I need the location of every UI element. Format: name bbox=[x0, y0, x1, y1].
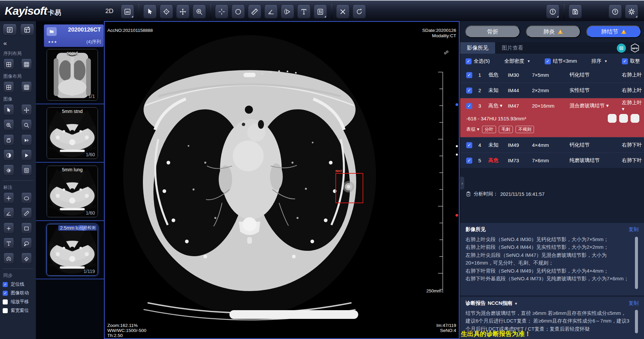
text-annotation-button[interactable] bbox=[297, 5, 311, 18]
filter-sort-dropdown[interactable]: 排序▼ bbox=[591, 58, 607, 64]
select-button[interactable] bbox=[3, 105, 14, 115]
sync-option[interactable]: ✓定位线 bbox=[3, 281, 36, 287]
localizer-button[interactable] bbox=[160, 5, 173, 18]
nodule-annotation-label: IM47 bbox=[335, 169, 342, 173]
filter-round[interactable]: ✓取整 bbox=[622, 58, 640, 64]
zoom-in-button[interactable] bbox=[193, 5, 206, 18]
window-level-button[interactable] bbox=[21, 165, 32, 176]
series-thumbnail[interactable]: 5mm lung1/60 bbox=[47, 166, 98, 217]
angle-measure-button[interactable] bbox=[264, 5, 278, 18]
ct-viewport[interactable]: IM47 AccNO:202101158888 SDate:20200126 M… bbox=[104, 21, 460, 339]
zoom-in-button[interactable] bbox=[3, 120, 14, 130]
findings-scrollbar[interactable] bbox=[635, 237, 638, 289]
delete-annotation-button[interactable] bbox=[336, 5, 350, 18]
save-button[interactable] bbox=[569, 5, 582, 18]
tab-图片查看[interactable]: 图片查看 bbox=[495, 42, 530, 54]
checkbox-checked[interactable]: ✓ bbox=[466, 158, 472, 164]
series-thumbnail[interactable]: 2.5mm lung1/119已经检测 bbox=[47, 224, 98, 276]
callout-annotation-button[interactable] bbox=[21, 238, 32, 249]
pan-button[interactable] bbox=[176, 5, 190, 18]
ruler-measure-button[interactable] bbox=[248, 5, 261, 18]
window-level-button[interactable] bbox=[314, 5, 327, 18]
sync-option[interactable]: ✓图像联动 bbox=[3, 290, 36, 296]
checkbox-checked[interactable]: ✓ bbox=[466, 142, 472, 148]
sync-option[interactable]: 缩放平移 bbox=[3, 299, 36, 305]
eraser-button[interactable] bbox=[21, 253, 32, 264]
ellipse-annotation-button[interactable] bbox=[21, 193, 32, 204]
text-annotation-button[interactable] bbox=[3, 238, 14, 249]
checkbox-checked[interactable]: ✓ bbox=[3, 291, 8, 296]
ellipse-measure-button[interactable] bbox=[231, 5, 245, 18]
copy-report-button[interactable]: 复制 bbox=[629, 300, 639, 306]
magnify-button[interactable] bbox=[21, 120, 32, 130]
image-layout-2x2-button[interactable] bbox=[3, 82, 14, 93]
layout-2d-button[interactable]: 2D bbox=[121, 5, 134, 18]
feature-chip[interactable]: 不规则 bbox=[516, 126, 534, 133]
checkbox-checked[interactable]: ✓ bbox=[466, 103, 472, 109]
delete-nodule-button[interactable] bbox=[631, 114, 639, 123]
ai-mode-肺结节[interactable]: 肺结节 bbox=[586, 25, 641, 38]
lung-tool-button[interactable] bbox=[3, 253, 14, 264]
angle-annotation-button[interactable] bbox=[3, 208, 14, 219]
rect-annotation-button[interactable] bbox=[21, 223, 32, 234]
probe-crosshair-button[interactable] bbox=[215, 5, 228, 18]
ruler-annotation-button[interactable] bbox=[21, 208, 32, 219]
select-button[interactable] bbox=[143, 5, 157, 18]
nodule-location: 右肺下叶 bbox=[622, 157, 644, 164]
feature-chip[interactable]: 分叶 bbox=[482, 126, 496, 133]
ai-mode-肺炎[interactable]: 肺炎 bbox=[526, 25, 581, 38]
collapse-rail-button[interactable]: « bbox=[3, 40, 10, 47]
filter-select-all[interactable]: ✓全选(5) bbox=[466, 58, 490, 64]
sync-option[interactable]: 窗宽窗位 bbox=[3, 307, 36, 314]
link-sync-icon[interactable] bbox=[443, 49, 449, 56]
point-annotation-button[interactable] bbox=[3, 223, 14, 234]
pan-button[interactable] bbox=[21, 105, 32, 115]
nodule-row[interactable]: ✓1低危IM307×5mm钙化结节右肺上叶 bbox=[460, 67, 644, 83]
checkbox-checked[interactable]: ✓ bbox=[466, 72, 472, 78]
checkbox-unchecked[interactable] bbox=[3, 299, 8, 304]
ai-mode-骨折[interactable]: 骨折 bbox=[465, 25, 520, 38]
series-thumbnail[interactable]: scout1/1 bbox=[47, 49, 98, 101]
cine-play-button[interactable] bbox=[21, 150, 32, 161]
reset-view-button[interactable] bbox=[353, 5, 366, 18]
rotate-button[interactable] bbox=[3, 135, 14, 146]
checkbox-unchecked[interactable] bbox=[3, 308, 8, 313]
image-layout-3x3-button[interactable] bbox=[21, 82, 32, 93]
series-thumbnail[interactable]: 5mm stnd1/60 bbox=[47, 107, 98, 159]
mpr-button[interactable]: MPR bbox=[630, 43, 640, 53]
compare-nodule-button[interactable] bbox=[619, 114, 628, 123]
panel-collapse-handle[interactable]: › bbox=[460, 177, 464, 189]
copy-findings-button[interactable]: 复制 bbox=[629, 226, 639, 233]
nodule-row[interactable]: ✓4未知IM494×4mm钙化结节右肺下叶 bbox=[460, 137, 644, 153]
checkbox-checked[interactable]: ✓ bbox=[466, 88, 472, 94]
nodule-row-expanded[interactable]: ✓3高危 ▾IM4720×16mm混合磨玻璃结节 ▾左肺上叶 ▾-618 - 3… bbox=[460, 98, 644, 137]
settings-button[interactable] bbox=[625, 5, 638, 18]
series-layout-3x3-button[interactable] bbox=[21, 59, 32, 70]
filter-density-dropdown[interactable]: 全部密度▼ bbox=[504, 58, 530, 64]
study-header[interactable]: 20200126CT ★★★ (4)序列 bbox=[44, 24, 104, 47]
guideline-dropdown[interactable]: NCCN指南 ▼ bbox=[488, 300, 518, 306]
report-card-icon[interactable] bbox=[617, 44, 626, 53]
tab-影像所见[interactable]: 影像所见 bbox=[460, 42, 495, 54]
nodule-row[interactable]: ✓5高危IM737×6mm纯磨玻璃结节右肺下叶 bbox=[460, 153, 644, 168]
series-list-button[interactable] bbox=[3, 24, 17, 36]
series-layout-2x2-button[interactable] bbox=[3, 59, 14, 70]
report-alert-button[interactable] bbox=[546, 5, 559, 18]
nodule-risk: 高危 ▾ bbox=[488, 103, 508, 109]
chevron-down-icon: ▼ bbox=[604, 59, 607, 63]
invert-button[interactable] bbox=[3, 150, 14, 161]
flip-button[interactable] bbox=[21, 135, 32, 146]
checkbox-checked[interactable]: ✓ bbox=[3, 282, 8, 287]
nodule-row[interactable]: ✓3高危 ▾IM4720×16mm混合磨玻璃结节 ▾左肺上叶 ▾ bbox=[460, 98, 644, 113]
feature-label[interactable]: 表征 ▾ bbox=[466, 126, 479, 132]
filter-small-nodule[interactable]: ✓结节<3mm bbox=[545, 58, 577, 64]
feature-chip[interactable]: 毛刺 bbox=[499, 126, 513, 133]
crosshair-annotation-button[interactable] bbox=[3, 193, 14, 204]
nodule-annotation-box[interactable]: IM47 bbox=[335, 173, 363, 203]
help-button[interactable]: ? bbox=[608, 5, 622, 18]
close-series-panel-button[interactable] bbox=[20, 24, 34, 36]
zoom-nodule-button[interactable] bbox=[608, 114, 616, 123]
cobb-angle-button[interactable] bbox=[281, 5, 294, 18]
nodule-row[interactable]: ✓2未知IM442×2mm实性结节右肺上叶 bbox=[460, 83, 644, 98]
brightness-button[interactable] bbox=[3, 165, 14, 176]
